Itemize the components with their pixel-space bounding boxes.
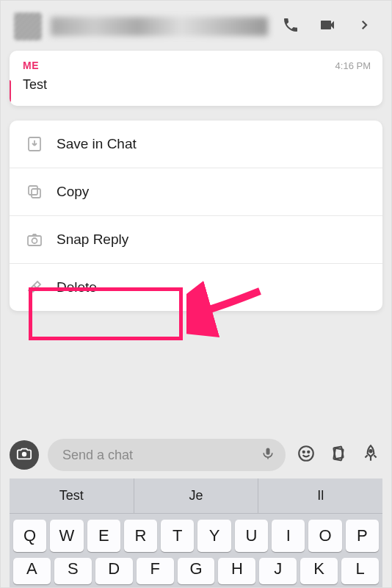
key[interactable]: P (346, 520, 379, 552)
key[interactable]: S (54, 558, 92, 584)
key[interactable]: R (124, 520, 157, 552)
menu-label: Save in Chat (57, 136, 137, 152)
menu-label: Snap Reply (57, 232, 128, 248)
context-menu: Save in Chat Copy Snap Reply Delete (10, 121, 382, 311)
suggestion[interactable]: Test (10, 478, 134, 513)
key[interactable]: J (259, 558, 297, 584)
svg-rect-3 (28, 236, 41, 245)
save-icon (26, 135, 43, 153)
svg-rect-1 (32, 189, 40, 198)
keyboard: Test Je Il Q W E R T Y U I O P A S D F G… (10, 478, 382, 587)
key[interactable]: U (235, 520, 268, 552)
menu-save-in-chat[interactable]: Save in Chat (10, 121, 382, 168)
key[interactable]: I (272, 520, 305, 552)
eraser-icon (26, 279, 43, 296)
chevron-right-icon (357, 18, 371, 35)
cards-icon (329, 444, 348, 466)
key[interactable]: F (137, 558, 174, 584)
menu-label: Copy (57, 184, 89, 200)
video-call-button[interactable] (313, 12, 341, 40)
svg-rect-2 (29, 186, 37, 195)
stickers-button[interactable] (327, 444, 350, 466)
menu-label: Delete (57, 279, 97, 295)
key[interactable]: Y (197, 520, 231, 552)
suggestion[interactable]: Il (258, 478, 382, 513)
key[interactable]: W (50, 520, 83, 552)
key[interactable]: K (300, 558, 338, 584)
contact-name-obscured[interactable] (51, 17, 268, 36)
smile-icon (297, 444, 316, 466)
avatar[interactable] (14, 12, 42, 40)
menu-snap-reply[interactable]: Snap Reply (10, 216, 382, 264)
keyboard-row: Q W E R T Y U I O P (10, 514, 382, 552)
key[interactable]: T (161, 520, 194, 552)
suggestion[interactable]: Je (134, 478, 259, 513)
message-card[interactable]: ME 4:16 PM Test (10, 51, 382, 106)
menu-delete[interactable]: Delete (10, 264, 382, 311)
message-body: Test (23, 77, 371, 93)
microphone-icon[interactable] (261, 446, 275, 465)
camera-button[interactable] (10, 440, 39, 470)
chat-input[interactable]: Send a chat (48, 439, 286, 471)
key[interactable]: D (95, 558, 133, 584)
key[interactable]: L (341, 558, 379, 584)
rocket-button[interactable] (359, 444, 382, 466)
key[interactable]: Q (13, 520, 46, 552)
message-timestamp: 4:16 PM (335, 60, 371, 71)
message-sender: ME (23, 60, 39, 71)
svg-point-7 (303, 451, 305, 453)
svg-point-8 (308, 451, 309, 453)
chat-placeholder: Send a chat (62, 448, 133, 463)
more-button[interactable] (350, 12, 378, 40)
phone-icon (282, 16, 300, 37)
camera-icon (26, 231, 43, 248)
key[interactable]: E (87, 520, 120, 552)
camera-icon (16, 445, 32, 465)
voice-call-button[interactable] (277, 12, 305, 40)
svg-point-5 (22, 452, 26, 456)
key[interactable]: O (308, 520, 341, 552)
rocket-icon (361, 444, 380, 466)
key[interactable]: A (13, 558, 51, 584)
svg-point-6 (299, 446, 313, 461)
key[interactable]: G (178, 558, 215, 584)
emoji-button[interactable] (294, 444, 318, 466)
svg-point-4 (32, 238, 37, 243)
copy-icon (26, 183, 43, 201)
message-composer: Send a chat (10, 439, 382, 471)
chat-header (10, 10, 382, 51)
keyboard-row: A S D F G H J K L (10, 552, 382, 584)
video-icon (319, 16, 336, 37)
menu-copy[interactable]: Copy (10, 168, 382, 216)
keyboard-suggestions: Test Je Il (10, 478, 382, 514)
svg-point-11 (369, 450, 371, 452)
key[interactable]: H (218, 558, 255, 584)
